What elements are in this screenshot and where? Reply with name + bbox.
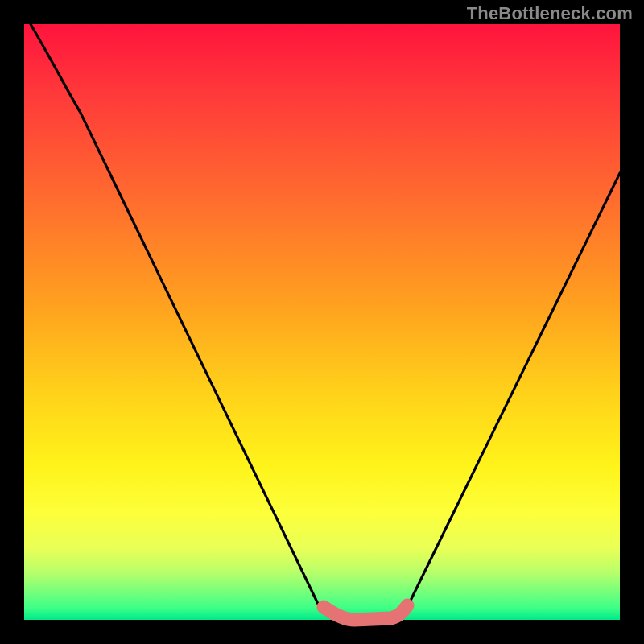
chart-frame: TheBottleneck.com bbox=[0, 0, 644, 644]
bottleneck-curve bbox=[31, 24, 620, 620]
curve-layer bbox=[24, 24, 620, 620]
watermark-text: TheBottleneck.com bbox=[467, 3, 633, 24]
plot-area bbox=[24, 24, 620, 620]
trough-highlight bbox=[324, 605, 407, 620]
